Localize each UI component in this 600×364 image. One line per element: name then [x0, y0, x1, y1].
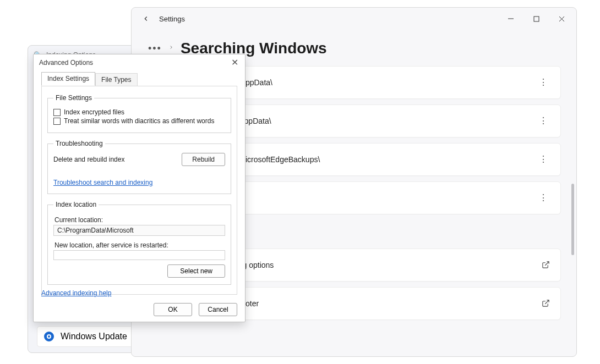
- more-options-button[interactable]: ⋮: [536, 81, 550, 84]
- index-location-group: Index location Current location: C:\Prog…: [47, 201, 231, 285]
- select-new-button[interactable]: Select new: [167, 264, 225, 278]
- diacritics-label: Treat similar words with diacritics as d…: [64, 117, 214, 125]
- external-link-icon: [542, 261, 550, 269]
- troubleshooting-legend: Troubleshooting: [53, 140, 105, 147]
- close-button[interactable]: [549, 10, 574, 27]
- svg-line-3: [545, 262, 549, 266]
- windows-update-label: Windows Update: [61, 332, 127, 341]
- settings-titlebar: Settings: [132, 8, 576, 30]
- maximize-button[interactable]: [523, 10, 549, 27]
- rebuild-button[interactable]: Rebuild: [182, 153, 225, 166]
- settings-app-title: Settings: [159, 15, 185, 23]
- new-location-label: New location, after service is restarted…: [54, 241, 225, 249]
- delete-rebuild-label: Delete and rebuild index: [53, 156, 124, 163]
- index-encrypted-label: Index encrypted files: [64, 108, 124, 116]
- file-settings-legend: File Settings: [53, 94, 94, 102]
- index-location-legend: Index location: [53, 201, 99, 208]
- svg-line-4: [545, 300, 549, 304]
- scrollbar-thumb[interactable]: [571, 184, 574, 255]
- tab-index-settings[interactable]: Index Settings: [41, 72, 95, 86]
- ok-button[interactable]: OK: [154, 303, 192, 316]
- troubleshoot-search-link[interactable]: Troubleshoot search and indexing: [53, 179, 152, 186]
- more-options-button[interactable]: ⋮: [536, 158, 550, 161]
- troubleshooting-group: Troubleshooting Delete and rebuild index…: [47, 140, 231, 194]
- back-button[interactable]: [137, 10, 155, 27]
- advanced-options-title: Advanced Options: [34, 54, 245, 71]
- checkbox-icon: [53, 118, 61, 125]
- index-encrypted-checkbox[interactable]: Index encrypted files: [53, 108, 225, 116]
- more-options-button[interactable]: ⋮: [536, 120, 550, 122]
- tab-file-types[interactable]: File Types: [95, 73, 137, 86]
- breadcrumb-more-icon[interactable]: •••: [148, 43, 162, 54]
- advanced-options-dialog: Advanced Options ✕ Index Settings File T…: [33, 54, 246, 322]
- minimize-button[interactable]: [498, 10, 523, 27]
- external-link-icon: [542, 299, 550, 308]
- chevron-right-icon: [168, 43, 174, 53]
- new-location-field[interactable]: [53, 250, 225, 260]
- checkbox-icon: [53, 109, 61, 116]
- current-location-value: C:\ProgramData\Microsoft: [53, 225, 225, 236]
- cancel-button[interactable]: Cancel: [199, 303, 237, 316]
- diacritics-checkbox[interactable]: Treat similar words with diacritics as d…: [53, 117, 225, 125]
- current-location-label: Current location:: [54, 216, 225, 224]
- more-options-button[interactable]: ⋮: [536, 197, 550, 199]
- advanced-indexing-help-link[interactable]: Advanced indexing help: [41, 289, 111, 297]
- svg-rect-1: [534, 16, 539, 21]
- update-icon: [44, 332, 54, 341]
- file-settings-group: File Settings Index encrypted files Trea…: [47, 94, 231, 133]
- advanced-options-close-icon[interactable]: ✕: [227, 56, 242, 68]
